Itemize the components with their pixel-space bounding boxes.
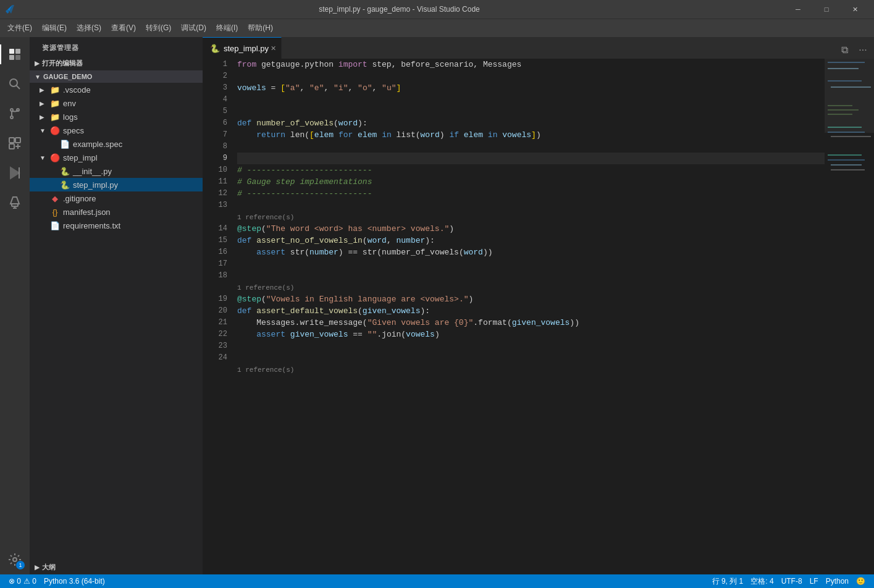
gauge-demo-label: GAUGE_DEMO — [43, 73, 92, 80]
tree-item-requirements-txt[interactable]: ▶ 📄 requirements.txt — [30, 219, 203, 232]
tree-item-env[interactable]: ▶ 📁 env — [30, 96, 203, 110]
file-icon-init-py: 🐍 — [59, 167, 70, 176]
tree-item-example-spec[interactable]: ▶ 📄 example.spec — [30, 137, 203, 151]
code-line-21: Messages.write_message("Given vowels are… — [237, 317, 825, 329]
activity-extensions[interactable] — [0, 128, 30, 158]
line-num-ref3: · — [203, 364, 232, 376]
gauge-demo-chevron: ▼ — [35, 74, 41, 80]
editor-content: 1 2 3 4 5 6 7 8 9 10 11 12 13 · 14 15 16… — [203, 59, 874, 574]
status-encoding-label: UTF-8 — [781, 577, 802, 586]
tree-item-step-impl-py[interactable]: ▶ 🐍 step_impl.py — [30, 178, 203, 191]
activity-test[interactable] — [0, 188, 30, 217]
editor-area: 🐍 step_impl.py ✕ ⧉ ··· 1 2 3 4 5 6 7 8 9 — [203, 37, 874, 574]
line-num-ref2: · — [203, 282, 232, 293]
status-line-ending-label: LF — [810, 577, 818, 586]
section-open-editors[interactable]: ▶ 打开的编辑器 — [30, 56, 203, 70]
status-indent[interactable]: 空格: 4 — [747, 574, 777, 588]
status-warnings-label: ⚠ 0 — [23, 577, 36, 586]
menu-item-e[interactable]: 编辑(E) — [37, 20, 72, 36]
svg-rect-9 — [9, 138, 14, 143]
app-icon — [5, 4, 15, 14]
minimize-button[interactable]: ─ — [784, 0, 812, 19]
line-num-12: 12 — [203, 188, 232, 200]
svg-rect-30 — [831, 169, 865, 170]
status-python-interpreter[interactable]: Python 3.6 (64-bit) — [40, 574, 109, 588]
line-num-23: 23 — [203, 340, 232, 352]
line-num-3: 3 — [203, 82, 232, 94]
status-line-ending[interactable]: LF — [806, 574, 822, 588]
tree-item-init-py[interactable]: ▶ 🐍 __init__.py — [30, 164, 203, 178]
status-errors[interactable]: ⊗ 0 ⚠ 0 — [5, 574, 40, 588]
close-button[interactable]: ✕ — [841, 0, 869, 19]
folder-icon-vscode: 📁 — [49, 85, 61, 94]
tree-item-gitignore[interactable]: ▶ ◆ .gitignore — [30, 191, 203, 205]
code-line-16: assert str(number) == str(number_of_vowe… — [237, 246, 825, 258]
code-line-4 — [237, 94, 825, 106]
section-gauge-demo[interactable]: ▼ GAUGE_DEMO — [30, 70, 203, 83]
code-line-18 — [237, 270, 825, 282]
activity-source-control[interactable] — [0, 99, 30, 128]
menu-item-h[interactable]: 帮助(H) — [243, 20, 278, 36]
open-editors-label: 打开的编辑器 — [42, 59, 83, 68]
file-icon-step-impl-py: 🐍 — [59, 180, 70, 190]
menu-item-d[interactable]: 调试(D) — [176, 20, 211, 36]
activity-explorer[interactable] — [0, 40, 30, 69]
line-num-6: 6 — [203, 117, 232, 129]
line-num-7: 7 — [203, 129, 232, 141]
tree-item-manifest-json-label: manifest.json — [63, 208, 111, 217]
line-num-24: 24 — [203, 352, 232, 364]
activity-settings[interactable]: 1 — [0, 545, 30, 574]
tab-step-impl-py[interactable]: 🐍 step_impl.py ✕ — [203, 37, 282, 59]
split-editor-button[interactable]: ⧉ — [836, 41, 853, 59]
activity-run[interactable] — [0, 158, 30, 188]
outline-chevron: ▶ — [35, 564, 40, 571]
line-num-14: 14 — [203, 223, 232, 235]
maximize-button[interactable]: □ — [812, 0, 841, 19]
code-line-13 — [237, 200, 825, 211]
status-encoding[interactable]: UTF-8 — [778, 574, 806, 588]
status-feedback[interactable]: 🙂 — [852, 574, 869, 588]
code-line-12: # -------------------------- — [237, 188, 825, 200]
code-line-24 — [237, 352, 825, 364]
line-num-8: 8 — [203, 141, 232, 153]
activitybar: 1 — [0, 37, 30, 574]
section-outline[interactable]: ▶ 大纲 — [30, 560, 203, 574]
menu-item-s[interactable]: 选择(S) — [72, 20, 106, 36]
tree-item-requirements-txt-label: requirements.txt — [63, 221, 120, 230]
menu-item-i[interactable]: 终端(I) — [211, 20, 243, 36]
code-line-14: @step("The word <word> has <number> vowe… — [237, 223, 825, 235]
code-area[interactable]: from getgauge.python import step, before… — [232, 59, 825, 574]
menu-item-v[interactable]: 查看(V) — [106, 20, 141, 36]
tree-item-specs[interactable]: ▼ 🔴 specs — [30, 124, 203, 137]
line-numbers: 1 2 3 4 5 6 7 8 9 10 11 12 13 · 14 15 16… — [203, 59, 232, 574]
tab-close-button[interactable]: ✕ — [269, 43, 279, 53]
tab-label: step_impl.py — [224, 44, 269, 53]
file-icon-example-spec: 📄 — [59, 140, 70, 149]
tree-item-logs[interactable]: ▶ 📁 logs — [30, 110, 203, 124]
settings-badge: 1 — [16, 561, 25, 569]
tree-item-vscode[interactable]: ▶ 📁 .vscode — [30, 83, 203, 96]
statusbar: ⊗ 0 ⚠ 0 Python 3.6 (64-bit) 行 9, 列 1 空格:… — [0, 574, 874, 588]
status-cursor-label: 行 9, 列 1 — [712, 576, 744, 587]
menu-item-g[interactable]: 转到(G) — [141, 20, 176, 36]
code-line-10: # -------------------------- — [237, 164, 825, 176]
tree-item-manifest-json[interactable]: ▶ {} manifest.json — [30, 205, 203, 219]
status-errors-label: ⊗ 0 — [9, 577, 21, 586]
line-num-4: 4 — [203, 94, 232, 106]
window-title: step_impl.py - gauge_demo - Visual Studi… — [19, 5, 780, 14]
more-actions-button[interactable]: ··· — [854, 41, 872, 59]
activity-search[interactable] — [0, 69, 30, 99]
status-language[interactable]: Python — [822, 574, 852, 588]
file-icon-gitignore: ◆ — [49, 194, 61, 203]
line-num-9: 9 — [203, 153, 232, 164]
svg-rect-27 — [828, 154, 862, 156]
tabs-actions: ⧉ ··· — [833, 41, 874, 59]
status-indent-label: 空格: 4 — [750, 576, 773, 587]
tree-item-specs-label: specs — [63, 126, 84, 135]
status-cursor-position[interactable]: 行 9, 列 1 — [708, 574, 747, 588]
tree-item-step-impl-folder[interactable]: ▼ 🔴 step_impl — [30, 151, 203, 164]
menu-item-e[interactable]: 文件(E) — [2, 20, 37, 36]
code-line-3: vowels = ["a", "e", "i", "o", "u"] — [237, 82, 825, 94]
sidebar: 资源管理器 ▶ 打开的编辑器 ▼ GAUGE_DEMO ▶ 📁 .vscode … — [30, 37, 203, 574]
code-line-11: # Gauge step implementations — [237, 176, 825, 188]
